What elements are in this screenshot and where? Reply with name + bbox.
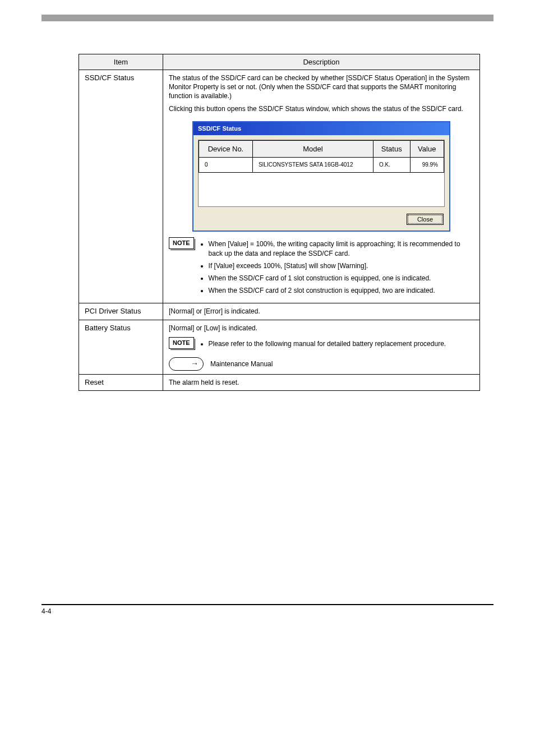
dlg-cell-device: 0 <box>199 158 253 173</box>
dlg-cell-model: SILICONSYSTEMS SATA 16GB-4012 <box>252 158 373 173</box>
see-reference-icon <box>169 357 204 371</box>
table-row: Battery Status [Normal] or [Low] is indi… <box>79 320 480 374</box>
desc-text: Clicking this button opens the SSD/CF St… <box>169 104 474 113</box>
desc-text: The status of the SSD/CF card can be che… <box>169 73 474 101</box>
note-badge: NOTE <box>169 337 194 349</box>
dialog-title: SSD/CF Status <box>193 122 449 135</box>
table-row: PCI Driver Status [Normal] or [Error] is… <box>79 303 480 320</box>
page-header-bar <box>41 15 494 21</box>
dlg-col-model: Model <box>252 140 373 158</box>
col-item-header: Item <box>79 54 163 70</box>
note-list: Please refer to the following manual for… <box>209 339 474 348</box>
dlg-cell-value: 99.9% <box>410 158 444 173</box>
see-reference-text: Maintenance Manual <box>210 359 273 368</box>
note-item: If [Value] exceeds 100%, [Status] will s… <box>209 261 474 270</box>
item-ssd-cf-status: SSD/CF Status <box>79 70 163 303</box>
note-item: Please refer to the following manual for… <box>209 339 474 348</box>
item-battery-status: Battery Status <box>79 320 163 374</box>
close-button[interactable]: Close <box>407 214 444 225</box>
description-table: Item Description SSD/CF Status The statu… <box>79 54 480 391</box>
page-number: 4-4 <box>41 607 51 615</box>
item-pci-driver-status: PCI Driver Status <box>79 303 163 320</box>
dlg-col-device: Device No. <box>199 140 253 158</box>
dlg-col-status: Status <box>373 140 410 158</box>
table-row: SSD/CF Status The status of the SSD/CF c… <box>79 70 480 303</box>
dlg-data-row: 0 SILICONSYSTEMS SATA 16GB-4012 O.K. 99.… <box>199 158 444 173</box>
dlg-cell-status: O.K. <box>373 158 410 173</box>
table-row: Reset The alarm held is reset. <box>79 374 480 390</box>
note-item: When the SSD/CF card of 1 slot construct… <box>209 274 474 283</box>
page-footer: 4-4 <box>41 604 494 615</box>
desc-text: [Normal] or [Low] is indicated. <box>169 324 474 333</box>
dialog-list: Device No. Model Status Value 0 SILICONS… <box>198 140 445 207</box>
note-list: When [Value] = 100%, the writing capacit… <box>209 239 474 295</box>
item-reset: Reset <box>79 374 163 390</box>
note-item: When [Value] = 100%, the writing capacit… <box>209 239 474 257</box>
desc-pci-driver-status: [Normal] or [Error] is indicated. <box>163 303 480 320</box>
desc-reset: The alarm held is reset. <box>163 374 480 390</box>
note-badge: NOTE <box>169 237 194 249</box>
ssd-cf-status-dialog: SSD/CF Status Device No. Model Status Va… <box>192 121 450 232</box>
desc-battery-status: [Normal] or [Low] is indicated. NOTE Ple… <box>163 320 480 374</box>
note-item: When the SSD/CF card of 2 slot construct… <box>209 286 474 295</box>
dlg-col-value: Value <box>410 140 444 158</box>
desc-ssd-cf-status: The status of the SSD/CF card can be che… <box>163 70 480 303</box>
col-desc-header: Description <box>163 54 480 70</box>
